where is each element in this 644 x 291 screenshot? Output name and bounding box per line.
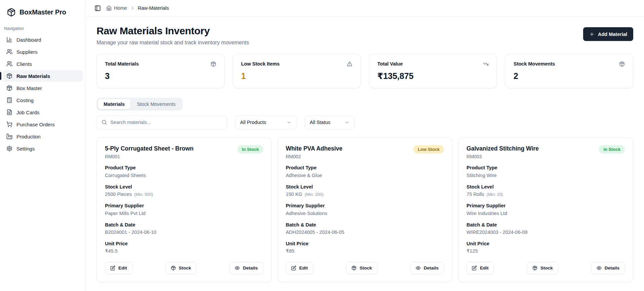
field-batch-date: Batch & Date B2024001 - 2024-06-10 [105, 222, 263, 235]
breadcrumb: Home Raw-Materials [106, 5, 169, 11]
stat-value: 2 [514, 71, 625, 81]
users-icon [6, 61, 12, 67]
sidebar-item-label: Production [16, 134, 41, 139]
add-material-button[interactable]: Add Material [583, 27, 633, 41]
app-name: BoxMaster Pro [20, 8, 66, 16]
field-primary-supplier: Primary Supplier Paper Mills Pvt Ltd [105, 203, 263, 216]
edit-button[interactable]: Edit [105, 262, 132, 274]
stock-min: (Min: 500) [134, 192, 153, 197]
details-button[interactable]: Details [410, 262, 444, 274]
gear-icon [6, 146, 12, 152]
file-text-icon [6, 109, 12, 115]
field-primary-supplier: Primary Supplier Adhesive Solutions [286, 203, 444, 216]
main-area: Home Raw-Materials Raw Materials Invento… [86, 0, 644, 291]
alert-triangle-icon [347, 61, 352, 67]
sidebar-item-label: Dashboard [16, 37, 41, 43]
sidebar-item-dashboard[interactable]: Dashboard [3, 34, 83, 45]
package-icon [171, 265, 176, 271]
material-code: RM003 [466, 154, 539, 159]
material-name: 5-Ply Corrugated Sheet - Brown [105, 145, 194, 153]
sidebar-item-box-master[interactable]: Box Master [3, 82, 83, 94]
package-icon [619, 61, 625, 67]
search-icon [102, 120, 107, 125]
sidebar-item-settings[interactable]: Settings [3, 143, 83, 154]
sidebar-item-costing[interactable]: Costing [3, 94, 83, 106]
breadcrumb-home-label: Home [114, 5, 127, 11]
sidebar: BoxMaster Pro Navigation Dashboard Suppl… [0, 0, 86, 291]
sidebar-item-purchase-orders[interactable]: Purchase Orders [3, 119, 83, 130]
stat-card-total-materials: Total Materials 3 [97, 54, 225, 88]
search-input[interactable] [110, 120, 222, 125]
status-badge: Low Stock [413, 145, 444, 154]
stat-label: Low Stock Items [241, 61, 279, 67]
breadcrumb-home-link[interactable]: Home [106, 5, 127, 11]
field-product-type: Product Type Corrugated Sheets [105, 165, 263, 178]
field-stock-level: Stock Level 75 Rolls(Min: 20) [466, 184, 625, 198]
sidebar-nav: Dashboard Suppliers Clients Raw Material… [0, 34, 85, 155]
calculator-icon [6, 97, 12, 103]
edit-button[interactable]: Edit [466, 262, 494, 274]
stock-button[interactable]: Stock [165, 262, 197, 274]
eye-icon [597, 265, 602, 271]
material-name: Galvanized Stitching Wire [466, 145, 539, 153]
package-icon [532, 265, 537, 271]
stock-button[interactable]: Stock [346, 262, 377, 274]
chevron-right-icon [130, 6, 135, 10]
sidebar-item-clients[interactable]: Clients [3, 58, 83, 70]
stock-min: (Min: 20) [487, 192, 503, 197]
edit-button[interactable]: Edit [286, 262, 313, 274]
stat-value: ₹135,875 [377, 71, 489, 81]
field-product-type: Product Type Stitching Wire [466, 165, 625, 178]
tab-bar: Materials Stock Movements [97, 98, 183, 111]
material-code: RM001 [105, 154, 194, 159]
eye-icon [235, 265, 240, 271]
product-filter-select[interactable]: All Products [235, 116, 297, 129]
sidebar-item-label: Clients [16, 61, 32, 67]
stat-card-low-stock: Low Stock Items 1 [233, 54, 361, 88]
page-subtitle: Manage your raw material stock and track… [97, 40, 249, 46]
material-code: RM002 [286, 154, 343, 159]
sidebar-item-label: Job Cards [16, 110, 39, 115]
nav-section-label: Navigation [0, 26, 85, 31]
edit-icon [291, 265, 296, 271]
stat-label: Total Materials [105, 61, 139, 67]
page-title: Raw Materials Inventory [97, 25, 249, 37]
stock-button[interactable]: Stock [527, 262, 558, 274]
details-button[interactable]: Details [229, 262, 263, 274]
stats-row: Total Materials 3 Low Stock Items 1 Tota… [97, 54, 633, 88]
status-filter-select[interactable]: All Status [305, 116, 354, 129]
material-cards-grid: 5-Ply Corrugated Sheet - Brown RM001 In … [97, 137, 633, 283]
field-stock-level: Stock Level 150 KG(Min: 200) [286, 184, 444, 198]
field-unit-price: Unit Price ₹45.5 [105, 241, 263, 254]
material-card: Galvanized Stitching Wire RM003 In Stock… [458, 137, 633, 283]
stat-card-stock-movements: Stock Movements 2 [505, 54, 633, 88]
sidebar-item-suppliers[interactable]: Suppliers [3, 46, 83, 57]
add-material-label: Add Material [598, 32, 627, 37]
sidebar-item-label: Costing [16, 97, 34, 103]
sidebar-toggle-icon[interactable] [94, 5, 101, 11]
card-actions: Edit Stock Details [105, 262, 263, 274]
edit-icon [472, 265, 477, 271]
product-filter-value: All Products [240, 120, 266, 125]
sidebar-item-label: Box Master [16, 85, 42, 91]
sidebar-item-job-cards[interactable]: Job Cards [3, 107, 83, 118]
field-stock-level: Stock Level 2500 Pieces(Min: 500) [105, 184, 263, 198]
stat-label: Stock Movements [514, 61, 555, 67]
sidebar-item-label: Settings [16, 146, 35, 152]
stat-label: Total Value [377, 61, 403, 67]
trending-down-icon [483, 61, 489, 67]
tab-stock-movements[interactable]: Stock Movements [131, 99, 181, 109]
breadcrumb-current: Raw-Materials [138, 5, 169, 11]
tab-materials[interactable]: Materials [98, 99, 130, 109]
sidebar-item-production[interactable]: Production [3, 131, 83, 142]
details-button[interactable]: Details [591, 262, 625, 274]
stat-value: 3 [105, 71, 216, 81]
home-icon [106, 5, 112, 11]
stock-min: (Min: 200) [305, 192, 324, 197]
stat-value: 1 [241, 71, 352, 81]
sidebar-item-raw-materials[interactable]: Raw Materials [3, 70, 83, 82]
app-logo: BoxMaster Pro [0, 5, 85, 19]
field-batch-date: Batch & Date ADH2024005 - 2024-06-05 [286, 222, 444, 235]
eye-icon [416, 265, 421, 271]
filter-row: All Products All Status [97, 116, 633, 129]
